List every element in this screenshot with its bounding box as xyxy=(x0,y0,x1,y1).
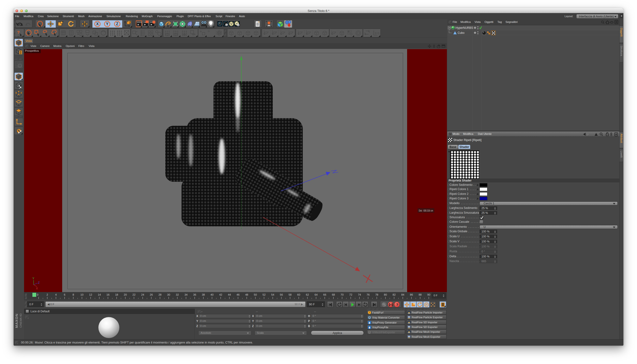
svg-text:Z: Z xyxy=(38,281,40,284)
svg-text:6: 6 xyxy=(64,293,65,296)
svg-text:10: 10 xyxy=(80,293,84,296)
svg-text:4: 4 xyxy=(55,293,57,296)
svg-text:72: 72 xyxy=(349,293,352,296)
svg-text:T: T xyxy=(238,24,239,26)
svg-text:68: 68 xyxy=(332,293,335,296)
svg-text:64: 64 xyxy=(314,293,318,296)
svg-text:60: 60 xyxy=(297,293,300,296)
svg-text:30: 30 xyxy=(167,293,170,296)
svg-text:12: 12 xyxy=(89,293,92,296)
svg-text:78: 78 xyxy=(375,293,378,296)
svg-text:58: 58 xyxy=(288,293,292,296)
svg-text:90: 90 xyxy=(427,293,430,296)
svg-text:18: 18 xyxy=(115,293,118,296)
svg-text:66: 66 xyxy=(323,293,326,296)
svg-text:28: 28 xyxy=(158,293,162,296)
svg-text:32: 32 xyxy=(176,293,179,296)
svg-text:22: 22 xyxy=(132,293,136,296)
svg-text:P: P xyxy=(426,303,428,306)
svg-text:36: 36 xyxy=(193,293,196,296)
svg-text:1=1: 1=1 xyxy=(375,32,380,35)
svg-text:X: X xyxy=(36,287,38,290)
svg-text:?: ? xyxy=(369,311,370,314)
svg-text:?: ? xyxy=(17,30,20,35)
svg-text:2: 2 xyxy=(46,293,48,296)
svg-text:88: 88 xyxy=(418,293,422,296)
svg-text:20: 20 xyxy=(124,293,127,296)
svg-text:16: 16 xyxy=(106,293,110,296)
svg-text:40: 40 xyxy=(210,293,214,296)
svg-text:T: T xyxy=(226,24,227,26)
svg-text:Y: Y xyxy=(106,22,109,26)
svg-text:62: 62 xyxy=(306,293,309,296)
svg-text:56: 56 xyxy=(280,293,283,296)
svg-text:Y: Y xyxy=(32,277,34,280)
svg-text:82: 82 xyxy=(392,293,396,296)
svg-text:86: 86 xyxy=(410,293,413,296)
svg-text:?: ? xyxy=(396,302,398,306)
svg-text:76: 76 xyxy=(366,293,370,296)
svg-text:52: 52 xyxy=(262,293,266,296)
svg-text:24: 24 xyxy=(141,293,144,296)
svg-text:50: 50 xyxy=(254,293,257,296)
svg-text:8: 8 xyxy=(72,293,74,296)
svg-text:38: 38 xyxy=(202,293,205,296)
svg-text:X: X xyxy=(96,22,99,26)
svg-text:44: 44 xyxy=(228,293,231,296)
svg-text:48: 48 xyxy=(245,293,248,296)
svg-text:54: 54 xyxy=(271,293,274,296)
svg-text:70: 70 xyxy=(341,293,344,296)
svg-text:34: 34 xyxy=(184,293,188,296)
svg-text:14: 14 xyxy=(98,293,101,296)
svg-text:0: 0 xyxy=(37,293,38,296)
svg-text:42: 42 xyxy=(219,293,222,296)
svg-text:46: 46 xyxy=(236,293,240,296)
svg-text:84: 84 xyxy=(401,293,404,296)
svg-text:26: 26 xyxy=(150,293,153,296)
svg-text:80: 80 xyxy=(384,293,387,296)
svg-text:Z: Z xyxy=(116,22,118,26)
svg-text:Dist : 830.316 cm: Dist : 830.316 cm xyxy=(419,209,433,212)
svg-text:74: 74 xyxy=(358,293,361,296)
